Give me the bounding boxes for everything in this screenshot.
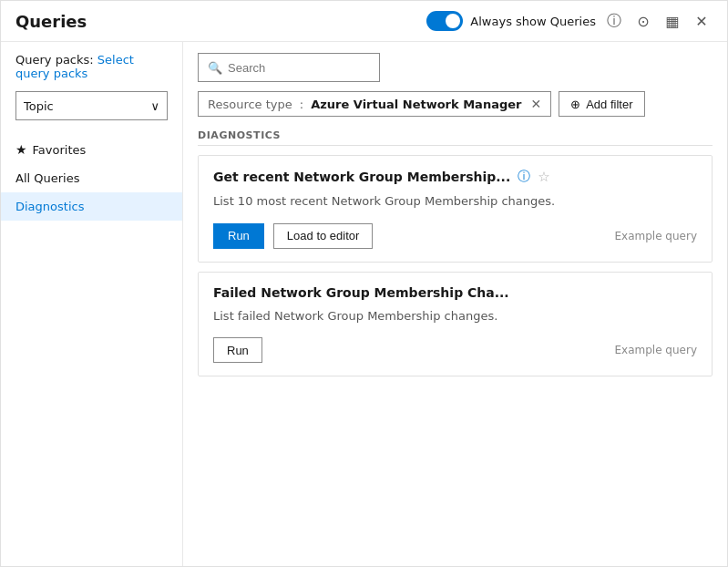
panel-title: Queries [15,12,415,31]
query-card-1-title: Failed Network Group Membership Cha... [213,285,509,300]
sidebar-item-diagnostics[interactable]: Diagnostics [1,192,182,221]
add-filter-label: Add filter [586,98,632,111]
query-packs-row: Query packs: Select query packs [1,53,182,91]
always-show-label: Always show Queries [470,15,596,28]
topic-dropdown[interactable]: Topic ∨ [15,91,168,120]
query-card-0-run-button[interactable]: Run [213,223,264,249]
sidebar-item-favorites-label: Favorites [33,143,87,157]
filter-chip-value: Azure Virtual Network Manager [311,98,521,111]
search-icon: 🔍 [208,61,222,75]
query-card-0-example-label: Example query [614,230,697,242]
github-icon[interactable]: ⊙ [632,10,654,32]
query-card-1-description: List failed Network Group Membership cha… [213,307,697,325]
query-card-0: Get recent Network Group Membership... ⓘ… [198,155,713,263]
query-card-0-favorite-icon[interactable]: ☆ [538,169,549,185]
search-input[interactable] [228,61,370,75]
add-filter-icon: ⊕ [570,98,580,111]
topic-dropdown-container: Topic ∨ [1,91,182,135]
resource-type-filter: Resource type : Azure Virtual Network Ma… [198,91,551,117]
close-icon[interactable]: ✕ [691,10,713,32]
query-card-1-header: Failed Network Group Membership Cha... [213,285,697,300]
sidebar-item-diagnostics-label: Diagnostics [15,200,84,213]
query-card-0-description: List 10 most recent Network Group Member… [213,192,697,211]
sidebar-item-favorites[interactable]: ★ Favorites [1,135,182,164]
sidebar-item-all-queries[interactable]: All Queries [1,164,182,192]
query-card-1-run-button[interactable]: Run [213,337,262,363]
filter-chip-label: Resource type [208,98,292,111]
query-card-0-title: Get recent Network Group Membership... [213,170,510,184]
chevron-down-icon: ∨ [150,99,159,113]
query-packs-label: Query packs: [15,53,94,67]
doc-icon[interactable]: ▦ [661,10,683,32]
sidebar: Query packs: Select query packs Topic ∨ … [1,42,183,566]
sidebar-item-all-queries-label: All Queries [15,171,79,185]
filter-chip-colon: : [300,98,303,111]
topic-dropdown-value: Topic [24,99,54,113]
queries-panel: Queries Always show Queries ⓘ ⊙ ▦ ✕ Quer… [0,0,728,567]
filter-chip-close-icon[interactable]: ✕ [530,97,541,111]
query-card-1: Failed Network Group Membership Cha... L… [198,272,713,377]
filter-row: Resource type : Azure Virtual Network Ma… [198,91,713,117]
info-icon[interactable]: ⓘ [603,10,625,32]
results-area: DIAGNOSTICS Get recent Network Group Mem… [198,129,713,555]
search-box[interactable]: 🔍 [198,53,380,82]
query-card-0-header: Get recent Network Group Membership... ⓘ… [213,169,697,185]
query-card-0-info-icon[interactable]: ⓘ [518,169,530,185]
always-show-toggle[interactable] [426,11,463,31]
favorites-star-icon: ★ [15,142,27,157]
main-content: 🔍 Resource type : Azure Virtual Network … [183,42,727,566]
search-row: 🔍 [198,53,713,82]
add-filter-button[interactable]: ⊕ Add filter [559,91,644,117]
query-card-1-actions: Run Example query [213,337,697,363]
query-card-0-actions: Run Load to editor Example query [213,223,697,249]
query-card-1-example-label: Example query [614,344,697,356]
section-diagnostics-header: DIAGNOSTICS [198,129,713,146]
panel-body: Query packs: Select query packs Topic ∨ … [1,42,727,566]
query-card-0-load-button[interactable]: Load to editor [273,223,374,249]
toggle-area: Always show Queries ⓘ ⊙ ▦ ✕ [426,10,713,32]
panel-header: Queries Always show Queries ⓘ ⊙ ▦ ✕ [1,1,727,42]
